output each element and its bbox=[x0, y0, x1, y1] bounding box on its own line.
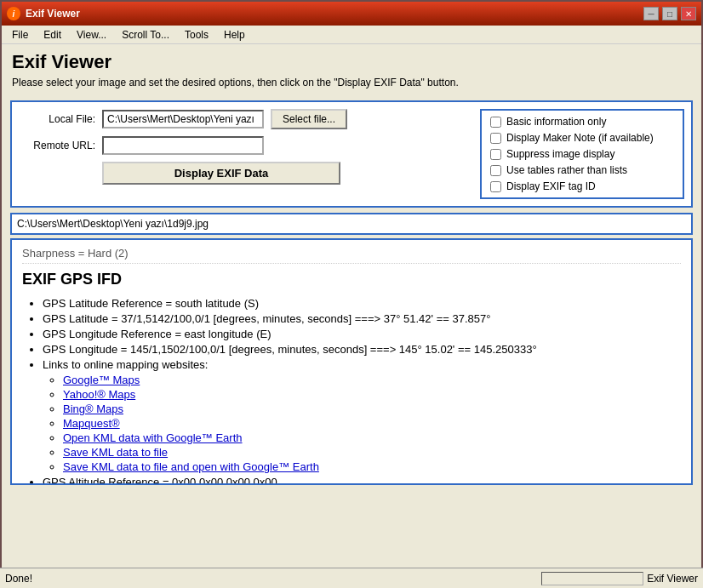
menu-help[interactable]: Help bbox=[217, 27, 252, 43]
maximize-button[interactable]: □ bbox=[662, 7, 677, 20]
suppress-image-checkbox[interactable] bbox=[490, 149, 501, 160]
list-item: GPS Altitude Reference = 0x00,0x00,0x00,… bbox=[43, 476, 681, 485]
app-subtitle: Please select your image and set the des… bbox=[2, 77, 701, 95]
local-file-input[interactable] bbox=[102, 110, 264, 128]
bing-maps-link[interactable]: Bing® Maps bbox=[63, 402, 123, 415]
remote-url-row: Remote URL: bbox=[19, 136, 473, 155]
app-icon: i bbox=[7, 7, 20, 20]
list-item: Save KML data to file and open with Goog… bbox=[63, 460, 681, 473]
options-checkboxes-panel: Basic information only Display Maker Not… bbox=[480, 109, 684, 199]
basic-info-label: Basic information only bbox=[506, 116, 606, 128]
display-btn-row: Display EXIF Data bbox=[19, 162, 473, 185]
title-bar: i Exif Viewer ─ □ ✕ bbox=[2, 2, 701, 26]
list-item: Yahoo!® Maps bbox=[63, 388, 681, 401]
list-item: Google™ Maps bbox=[63, 374, 681, 386]
display-maker-label: Display Maker Note (if available) bbox=[506, 132, 654, 144]
content-area[interactable]: Sharpness = Hard (2) EXIF GPS IFD GPS La… bbox=[10, 238, 693, 485]
menu-file[interactable]: File bbox=[5, 27, 35, 43]
links-label: Links to online mapping websites: bbox=[43, 358, 208, 371]
menu-tools[interactable]: Tools bbox=[178, 27, 215, 43]
yahoo-maps-link[interactable]: Yahoo!® Maps bbox=[63, 388, 135, 401]
app-title: Exif Viewer bbox=[2, 44, 701, 77]
window-title: Exif Viewer bbox=[26, 8, 80, 20]
file-input-panel: Local File: Select file... Remote URL: D… bbox=[19, 109, 473, 199]
menu-view[interactable]: View... bbox=[70, 27, 113, 43]
use-tables-row: Use tables rather than lists bbox=[490, 164, 674, 176]
status-right: Exif Viewer bbox=[541, 572, 698, 585]
use-tables-checkbox[interactable] bbox=[490, 165, 501, 176]
close-button[interactable]: ✕ bbox=[681, 7, 696, 20]
suppress-image-row: Suppress image display bbox=[490, 148, 674, 160]
list-item: GPS Longitude Reference = east longitude… bbox=[43, 328, 681, 340]
local-file-label: Local File: bbox=[19, 113, 95, 125]
gps-data-list: GPS Latitude Reference = south latitude … bbox=[22, 297, 681, 485]
list-item: GPS Longitude = 145/1,1502/100,0/1 [degr… bbox=[43, 343, 681, 356]
links-list: Google™ Maps Yahoo!® Maps Bing® Maps Map… bbox=[43, 374, 681, 473]
remote-url-input[interactable] bbox=[102, 136, 264, 155]
remote-url-label: Remote URL: bbox=[19, 140, 95, 151]
gps-section-title: EXIF GPS IFD bbox=[22, 271, 681, 288]
list-item: GPS Latitude = 37/1,5142/100,0/1 [degree… bbox=[43, 312, 681, 325]
status-app-label: Exif Viewer bbox=[647, 573, 698, 585]
links-parent-item: Links to online mapping websites: Google… bbox=[43, 358, 681, 473]
display-tag-id-label: Display EXIF tag ID bbox=[506, 180, 596, 192]
suppress-image-label: Suppress image display bbox=[506, 148, 614, 160]
display-tag-id-row: Display EXIF tag ID bbox=[490, 180, 674, 192]
menu-edit[interactable]: Edit bbox=[37, 27, 68, 43]
display-maker-row: Display Maker Note (if available) bbox=[490, 132, 674, 144]
google-maps-link[interactable]: Google™ Maps bbox=[63, 374, 140, 386]
display-tag-id-checkbox[interactable] bbox=[490, 181, 501, 192]
menu-scroll-to[interactable]: Scroll To... bbox=[115, 27, 176, 43]
use-tables-label: Use tables rather than lists bbox=[506, 164, 627, 176]
basic-info-checkbox[interactable] bbox=[490, 117, 501, 128]
list-item: Save KML data to file bbox=[63, 446, 681, 459]
window-controls: ─ □ ✕ bbox=[643, 7, 696, 20]
local-file-row: Local File: Select file... bbox=[19, 109, 473, 129]
options-panel: Local File: Select file... Remote URL: D… bbox=[10, 100, 693, 208]
mapquest-link[interactable]: Mapquest® bbox=[63, 417, 120, 430]
list-item: GPS Latitude Reference = south latitude … bbox=[43, 297, 681, 310]
basic-info-row: Basic information only bbox=[490, 116, 674, 128]
save-kml-link[interactable]: Save KML data to file bbox=[63, 446, 168, 459]
status-bar: Done! Exif Viewer bbox=[0, 568, 703, 588]
select-file-button[interactable]: Select file... bbox=[271, 109, 347, 129]
minimize-button[interactable]: ─ bbox=[643, 7, 659, 20]
menu-bar: File Edit View... Scroll To... Tools Hel… bbox=[2, 26, 701, 44]
sharpness-label: Sharpness = Hard (2) bbox=[22, 247, 129, 260]
progress-bar bbox=[541, 572, 643, 585]
list-item: Mapquest® bbox=[63, 417, 681, 430]
list-item: Bing® Maps bbox=[63, 402, 681, 415]
open-kml-link[interactable]: Open KML data with Google™ Earth bbox=[63, 431, 243, 444]
path-bar: C:\Users\Mert\Desktop\Yeni yazı\1d9j9.jp… bbox=[10, 213, 693, 235]
save-kml-open-link[interactable]: Save KML data to file and open with Goog… bbox=[63, 460, 319, 473]
list-item: Open KML data with Google™ Earth bbox=[63, 431, 681, 444]
status-text: Done! bbox=[5, 573, 32, 585]
display-maker-checkbox[interactable] bbox=[490, 133, 501, 144]
display-exif-button[interactable]: Display EXIF Data bbox=[102, 162, 340, 185]
